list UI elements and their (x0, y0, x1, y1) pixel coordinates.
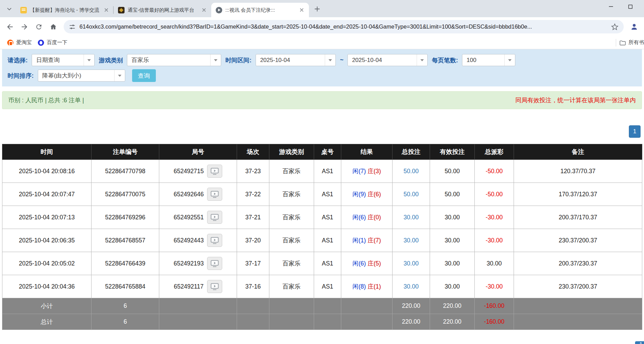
column-header-result: 结果 (341, 144, 393, 160)
minimize-icon (609, 4, 613, 9)
cell-table-no: AS1 (314, 275, 341, 298)
maximize-button[interactable] (621, 0, 640, 13)
sort-select[interactable]: 降幂(由大到小) (38, 70, 125, 82)
game-type-select[interactable]: 百家乐 (127, 54, 221, 66)
profile-button[interactable] (627, 20, 641, 34)
tab-close-icon[interactable] (200, 6, 208, 14)
replay-video-button[interactable] (207, 257, 222, 270)
date-range-label: 时间区间: (225, 56, 251, 64)
replay-video-button[interactable] (207, 280, 222, 293)
tab-close-icon[interactable] (102, 6, 110, 14)
bookmark-label: 百度一下 (47, 39, 67, 46)
cell-round-id: 652492715 (159, 160, 237, 183)
cell-valid-bet: 50.00 (430, 183, 475, 206)
bet-table-row: 2025-10-04 20:05:02522864766439652492193… (2, 252, 642, 275)
replay-video-button[interactable] (207, 211, 222, 224)
page-size-select[interactable]: 100 (462, 54, 515, 66)
page-button-1[interactable]: 1 (629, 125, 641, 138)
new-tab-button[interactable] (311, 3, 323, 15)
cell-session: 37-23 (237, 160, 269, 183)
reload-button[interactable] (32, 20, 46, 34)
date-end-select[interactable]: 2025-10-04 (347, 54, 428, 66)
folder-icon (619, 39, 626, 46)
date-end-value: 2025-10-04 (348, 57, 417, 64)
cell-time: 2025-10-04 20:05:02 (2, 252, 92, 275)
all-bookmarks-button[interactable]: 所有书 (619, 39, 644, 46)
date-start-select[interactable]: 2025-10-04 (256, 54, 336, 66)
forum-favicon-icon (20, 7, 27, 13)
bookmark-star-icon[interactable] (611, 23, 619, 31)
subtotal-total-bet: 220.00 (393, 298, 430, 314)
bookmark-taobao[interactable]: 爱淘宝 (4, 38, 35, 48)
search-button[interactable]: 查询 (132, 69, 156, 82)
forward-arrow-icon (20, 23, 29, 31)
subtotal-label: 小计 (2, 298, 92, 314)
cell-time: 2025-10-04 20:08:16 (2, 160, 92, 183)
column-header-payout: 总派彩 (475, 144, 514, 160)
game-type-label: 游戏类别 (99, 56, 123, 64)
page-button-bottom[interactable]: 1 (635, 341, 644, 344)
cell-total-bet[interactable]: 50.00 (393, 183, 430, 206)
date-separator: ~ (340, 56, 343, 64)
home-button[interactable] (46, 20, 61, 34)
total-total-bet: 220.00 (393, 314, 430, 330)
address-bar[interactable]: 614oxkc3.com/game/betrecord_search/kind3… (64, 20, 624, 33)
forward-button[interactable] (17, 20, 32, 34)
tab-title: :::视讯 会员下注纪录::: (225, 7, 294, 13)
back-arrow-icon (6, 23, 14, 31)
cell-table-no: AS1 (314, 183, 341, 206)
cell-session: 37-21 (237, 206, 269, 229)
cell-result: 闲(6) 庄(0) (341, 206, 393, 229)
cell-round-id: 652492443 (159, 229, 237, 252)
cell-result: 闲(6) 庄(5) (341, 252, 393, 275)
cell-bet-id: 522864765884 (92, 275, 159, 298)
cell-bet-id: 522864770075 (92, 183, 159, 206)
cell-game-type: 百家乐 (269, 252, 314, 275)
replay-video-button[interactable] (207, 234, 222, 247)
browser-tab-bet-records[interactable]: :::视讯 会员下注纪录::: (211, 3, 309, 17)
cell-note: 230.37/200.37 (514, 229, 642, 252)
minimize-button[interactable] (601, 0, 621, 13)
query-type-value: 日期查询 (32, 56, 84, 64)
cell-time: 2025-10-04 20:07:47 (2, 183, 92, 206)
currency-summary-text: 币别 : 人民币 | 总共 :6 注单 | (8, 96, 84, 104)
cell-total-bet[interactable]: 30.00 (393, 275, 430, 298)
cell-game-type: 百家乐 (269, 206, 314, 229)
page-size-value: 100 (462, 57, 504, 64)
bookmark-baidu[interactable]: 百度一下 (35, 38, 71, 48)
dropdown-arrow-icon (504, 54, 515, 66)
query-type-select[interactable]: 日期查询 (32, 54, 95, 66)
cell-table-no: AS1 (314, 229, 341, 252)
url-text: 614oxkc3.com/game/betrecord_search/kind3… (79, 23, 607, 30)
subtotal-row: 小计 6 220.00 220.00 -160.00 (2, 298, 642, 314)
column-header-time: 时间 (2, 144, 92, 160)
date-start-value: 2025-10-04 (256, 57, 325, 64)
sort-label: 时间排序: (8, 72, 34, 80)
result-player: 闲(1) (353, 237, 366, 244)
tab-search-button[interactable] (3, 3, 15, 15)
dropdown-arrow-icon (84, 54, 94, 66)
cell-valid-bet: 30.00 (430, 229, 475, 252)
tab-close-icon[interactable] (298, 6, 305, 14)
bet-table-row: 2025-10-04 20:06:35522864768557652492443… (2, 229, 642, 252)
cell-session: 37-16 (237, 275, 269, 298)
browser-tab-tongbao[interactable]: 通宝-信誉最好的网上游戏平台 (114, 3, 211, 17)
column-header-session: 场次 (237, 144, 269, 160)
cell-valid-bet: 50.00 (430, 160, 475, 183)
dropdown-arrow-icon (114, 70, 125, 81)
cell-total-bet[interactable]: 50.00 (393, 160, 430, 183)
replay-video-button[interactable] (207, 188, 222, 201)
cell-total-bet[interactable]: 30.00 (393, 206, 430, 229)
tab-title: 【新提醒】海燕论坛 - 博学交流 (30, 7, 99, 13)
cell-time: 2025-10-04 20:07:13 (2, 206, 92, 229)
tab-title: 通宝-信誉最好的网上游戏平台 (128, 7, 197, 13)
cell-round-id: 652492551 (159, 206, 237, 229)
home-icon (50, 23, 57, 31)
browser-tab-forum[interactable]: 【新提醒】海燕论坛 - 博学交流 (16, 3, 114, 17)
back-button[interactable] (3, 20, 17, 34)
cell-total-bet[interactable]: 30.00 (393, 252, 430, 275)
replay-video-button[interactable] (207, 165, 222, 178)
cell-table-no: AS1 (314, 206, 341, 229)
cell-total-bet[interactable]: 30.00 (393, 229, 430, 252)
cell-note: 120.37/70.37 (514, 160, 642, 183)
